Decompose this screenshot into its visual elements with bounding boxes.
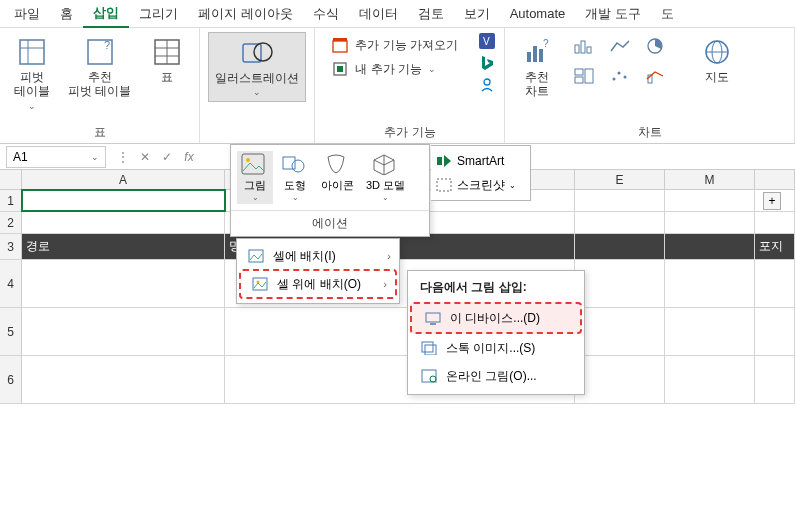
cancel-formula-button[interactable]: ✕	[134, 150, 156, 164]
cell[interactable]	[665, 308, 755, 355]
cell-path-header[interactable]: 경로	[22, 234, 225, 259]
from-this-device-item[interactable]: 이 디바이스...(D)	[410, 302, 582, 334]
menu-draw[interactable]: 그리기	[129, 1, 188, 27]
cell[interactable]	[22, 212, 225, 233]
menu-data[interactable]: 데이터	[349, 1, 408, 27]
shapes-icon	[281, 153, 309, 177]
menu-automate[interactable]: Automate	[500, 2, 576, 25]
combo-chart-button[interactable]	[641, 64, 671, 88]
picture-in-cell-icon	[247, 247, 265, 265]
menu-more[interactable]: 도	[651, 1, 684, 27]
cell[interactable]	[575, 356, 665, 403]
ribbon-group-tables: 피벗 테이블 ⌄ ? 추천 피벗 테이블 표 표	[0, 28, 200, 143]
row-header-4[interactable]: 4	[0, 260, 22, 307]
bing-icon[interactable]	[478, 54, 496, 72]
row-header-5[interactable]: 5	[0, 308, 22, 355]
dropdown-small[interactable]: ⋮	[112, 150, 134, 164]
cell[interactable]	[755, 356, 795, 403]
icons-button[interactable]: 아이콘	[317, 151, 358, 204]
row-header-2[interactable]: 2	[0, 212, 22, 233]
cell[interactable]	[755, 212, 795, 233]
fx-button[interactable]: fx	[178, 150, 200, 164]
cell[interactable]	[22, 308, 225, 355]
hierarchy-chart-button[interactable]	[569, 64, 599, 88]
cell[interactable]	[665, 190, 755, 211]
menu-formulas[interactable]: 수식	[303, 1, 349, 27]
cell-pos-header[interactable]: 포지	[755, 234, 795, 259]
recommended-pivot-icon: ?	[84, 36, 116, 68]
illustrations-button[interactable]: 일러스트레이션 ⌄	[208, 32, 306, 102]
visio-icon[interactable]: V	[478, 32, 496, 50]
menu-developer[interactable]: 개발 도구	[575, 1, 651, 27]
device-icon	[424, 309, 442, 327]
pivot-table-button[interactable]: 피벗 테이블 ⌄	[8, 32, 56, 115]
col-header-M[interactable]: M	[665, 170, 755, 189]
svg-rect-48	[422, 342, 433, 352]
col-header-E[interactable]: E	[575, 170, 665, 189]
smartart-icon	[435, 152, 453, 170]
my-addins-button[interactable]: 내 추가 기능 ⌄	[331, 60, 458, 78]
menu-review[interactable]: 검토	[408, 1, 454, 27]
tables-group-label: 표	[8, 122, 191, 141]
row-header-3[interactable]: 3	[0, 234, 22, 259]
select-all-corner[interactable]	[0, 170, 22, 189]
cell[interactable]	[22, 356, 225, 403]
expand-columns-button[interactable]: +	[763, 192, 781, 210]
cell[interactable]	[665, 212, 755, 233]
3d-models-button[interactable]: 3D 모델 ⌄	[362, 151, 409, 204]
menu-file[interactable]: 파일	[4, 1, 50, 27]
scatter-chart-button[interactable]	[605, 64, 635, 88]
picture-button[interactable]: 그림 ⌄	[237, 151, 273, 204]
cube-icon	[372, 153, 400, 177]
smartart-label: SmartArt	[457, 154, 504, 168]
pie-chart-button[interactable]	[641, 34, 671, 58]
recommended-charts-label: 추천 차트	[525, 70, 549, 99]
illustrations-side: SmartArt 스크린샷 ⌄	[431, 145, 531, 201]
shapes-label: 도형	[284, 178, 306, 193]
svg-point-39	[292, 160, 304, 172]
name-box[interactable]: A1 ⌄	[6, 146, 106, 168]
people-icon[interactable]	[478, 76, 496, 94]
row-header-1[interactable]: 1	[0, 190, 22, 211]
get-addins-button[interactable]: 추가 기능 가져오기	[331, 36, 458, 54]
recommended-pivot-button[interactable]: ? 추천 피벗 테이블	[62, 32, 137, 103]
svg-rect-49	[425, 345, 436, 355]
col-header-rest[interactable]	[755, 170, 795, 189]
screenshot-button[interactable]: 스크린샷 ⌄	[435, 176, 526, 194]
menu-view[interactable]: 보기	[454, 1, 500, 27]
table-button[interactable]: 표	[143, 32, 191, 88]
cell[interactable]	[665, 356, 755, 403]
shapes-button[interactable]: 도형 ⌄	[277, 151, 313, 204]
menu-page-layout[interactable]: 페이지 레이아웃	[188, 1, 303, 27]
online-pictures-label: 온라인 그림(O)...	[446, 368, 537, 385]
place-over-cell-item[interactable]: 셀 위에 배치(O) ›	[239, 269, 397, 299]
table-icon	[151, 36, 183, 68]
row-header-6[interactable]: 6	[0, 356, 22, 403]
cell[interactable]	[575, 212, 665, 233]
cell[interactable]	[755, 308, 795, 355]
menu-insert[interactable]: 삽입	[83, 0, 129, 28]
svg-rect-24	[587, 47, 591, 53]
svg-text:V: V	[483, 36, 490, 47]
online-pictures-item[interactable]: 온라인 그림(O)...	[408, 362, 584, 390]
cell[interactable]	[575, 308, 665, 355]
menu-home[interactable]: 홈	[50, 1, 83, 27]
cell[interactable]	[22, 260, 225, 307]
smartart-button[interactable]: SmartArt	[435, 152, 526, 170]
line-chart-button[interactable]	[605, 34, 635, 58]
svg-point-37	[246, 158, 250, 162]
stock-images-item[interactable]: 스톡 이미지...(S)	[408, 334, 584, 362]
confirm-formula-button[interactable]: ✓	[156, 150, 178, 164]
place-in-cell-item[interactable]: 셀에 배치(I) ›	[237, 243, 399, 269]
col-header-A[interactable]: A	[22, 170, 225, 189]
cell[interactable]	[575, 260, 665, 307]
cell[interactable]	[755, 260, 795, 307]
map-chart-button[interactable]: 지도	[693, 32, 741, 88]
cell-A1[interactable]	[22, 190, 225, 211]
cell[interactable]	[665, 260, 755, 307]
column-chart-button[interactable]	[569, 34, 599, 58]
cell[interactable]	[575, 234, 665, 259]
cell[interactable]	[575, 190, 665, 211]
cell[interactable]	[665, 234, 755, 259]
recommended-charts-button[interactable]: ? 추천 차트	[513, 32, 561, 103]
